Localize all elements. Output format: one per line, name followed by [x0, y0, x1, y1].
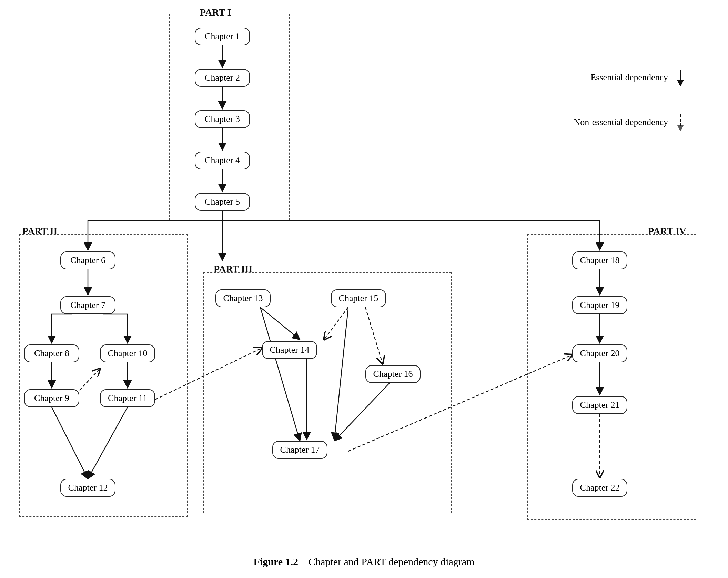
chapter-14-node: Chapter 14	[262, 341, 317, 359]
chapter-6-node: Chapter 6	[60, 251, 115, 269]
part4-box	[527, 234, 696, 520]
chapter-11-node: Chapter 11	[100, 389, 155, 407]
part3-box	[203, 272, 452, 513]
chapter-13-node: Chapter 13	[215, 289, 271, 307]
diagram-container: PART I PART II PART III PART IV Chapter …	[0, 0, 728, 578]
chapter-18-node: Chapter 18	[572, 251, 627, 269]
chapter-10-node: Chapter 10	[100, 344, 155, 362]
chapter-12-node: Chapter 12	[60, 479, 115, 497]
chapter-2-node: Chapter 2	[195, 69, 250, 87]
chapter-8-node: Chapter 8	[24, 344, 79, 362]
chapter-21-node: Chapter 21	[572, 396, 627, 414]
figure-caption: Figure 1.2 Chapter and PART dependency d…	[0, 556, 728, 568]
chapter-4-node: Chapter 4	[195, 152, 250, 169]
chapter-17-node: Chapter 17	[272, 441, 327, 459]
part2-box	[19, 234, 188, 517]
nonessential-dependency-legend: Non-essential dependency	[574, 114, 687, 131]
chapter-16-node: Chapter 16	[365, 365, 421, 383]
chapter-1-node: Chapter 1	[195, 28, 250, 45]
chapter-5-node: Chapter 5	[195, 193, 250, 211]
chapter-7-node: Chapter 7	[60, 296, 115, 314]
chapter-20-node: Chapter 20	[572, 344, 627, 362]
chapter-15-node: Chapter 15	[331, 289, 386, 307]
chapter-3-node: Chapter 3	[195, 110, 250, 128]
chapter-19-node: Chapter 19	[572, 296, 627, 314]
chapter-22-node: Chapter 22	[572, 479, 627, 497]
essential-dependency-legend: Essential dependency	[590, 69, 687, 86]
chapter-9-node: Chapter 9	[24, 389, 79, 407]
